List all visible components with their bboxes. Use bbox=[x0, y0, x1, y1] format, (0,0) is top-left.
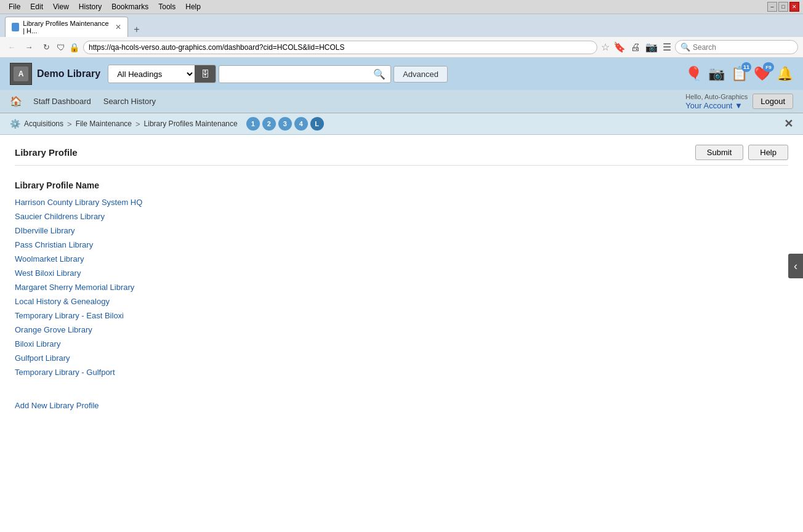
reload-button[interactable]: ↻ bbox=[39, 41, 53, 54]
staff-dashboard-link[interactable]: Staff Dashboard bbox=[32, 94, 92, 108]
sidebar-toggle-button[interactable]: ‹ bbox=[788, 254, 803, 278]
profile-link-4[interactable]: Woolmarket Library bbox=[15, 254, 84, 264]
bell-icon: 🔔 bbox=[777, 66, 793, 81]
heading-select-wrap[interactable]: All Headings 🗄 bbox=[108, 65, 216, 83]
breadcrumb-item-3[interactable]: Library Profiles Maintenance bbox=[144, 119, 238, 128]
search-input-wrap[interactable]: 🔍 bbox=[219, 65, 391, 83]
new-tab-button[interactable]: + bbox=[129, 22, 144, 37]
menu-help[interactable]: Help bbox=[180, 1, 206, 12]
section-heading: Library Profile Name bbox=[15, 180, 788, 190]
search-submit-button[interactable]: 🔍 bbox=[373, 68, 385, 80]
browser-menu-bar: File Edit View History Bookmarks Tools H… bbox=[0, 0, 803, 14]
menu-view[interactable]: View bbox=[48, 1, 74, 12]
page-title: Library Profile bbox=[15, 147, 78, 158]
search-input[interactable] bbox=[224, 70, 373, 79]
bell-icon-wrap[interactable]: 🔔 bbox=[777, 66, 793, 82]
browser-search-input[interactable] bbox=[693, 43, 779, 52]
menu-history[interactable]: History bbox=[74, 1, 107, 12]
page-header-row: Library Profile Submit Help bbox=[15, 145, 788, 166]
step-2-badge[interactable]: 2 bbox=[262, 117, 276, 131]
breadcrumb-sep-2: > bbox=[135, 119, 140, 129]
profile-link-7[interactable]: Local History & Genealogy bbox=[15, 297, 110, 306]
pocket-icon[interactable]: 🔖 bbox=[613, 41, 626, 53]
window-controls[interactable]: – □ ✕ bbox=[767, 2, 799, 12]
menu-edit[interactable]: Edit bbox=[25, 1, 48, 12]
search-icon: 🔍 bbox=[680, 42, 690, 52]
breadcrumb-steps: 1 2 3 4 L bbox=[246, 117, 324, 131]
submit-button[interactable]: Submit bbox=[695, 145, 743, 160]
app-header: A Demo Library All Headings 🗄 🔍 Advanced… bbox=[0, 58, 803, 90]
profile-link-9[interactable]: Orange Grove Library bbox=[15, 325, 92, 334]
list-item: Gulfport Library bbox=[15, 353, 788, 363]
screenshot-icon[interactable]: 📷 bbox=[645, 41, 658, 53]
tab-title: Library Profiles Maintenance | H... bbox=[23, 20, 111, 34]
step-4-badge[interactable]: 4 bbox=[294, 117, 308, 131]
print-icon[interactable]: 🖨 bbox=[631, 42, 640, 53]
balloon-icon-wrap[interactable]: 🎈 bbox=[685, 66, 702, 82]
list-item: Orange Grove Library bbox=[15, 325, 788, 334]
maximize-button[interactable]: □ bbox=[778, 2, 788, 12]
logo-svg: A bbox=[12, 65, 30, 83]
tab-close-button[interactable]: ✕ bbox=[115, 23, 121, 31]
step-l-badge[interactable]: L bbox=[310, 117, 324, 131]
home-icon[interactable]: 🏠 bbox=[10, 95, 22, 107]
step-1-badge[interactable]: 1 bbox=[246, 117, 260, 131]
profile-link-3[interactable]: Pass Christian Library bbox=[15, 240, 93, 249]
user-greeting: Hello, Auto-Graphics bbox=[685, 92, 748, 101]
menu-bookmarks[interactable]: Bookmarks bbox=[107, 1, 153, 12]
list-item: Local History & Genealogy bbox=[15, 297, 788, 306]
camera-icon-wrap[interactable]: 📷 bbox=[708, 66, 725, 82]
menu-icon[interactable]: ☰ bbox=[663, 41, 671, 53]
menu-file[interactable]: File bbox=[4, 1, 25, 12]
header-icons: 🎈 📷 📋 11 ❤️ F9 🔔 bbox=[685, 66, 793, 82]
list-badge: 11 bbox=[741, 62, 751, 72]
menu-items[interactable]: File Edit View History Bookmarks Tools H… bbox=[4, 1, 206, 12]
list-item: Harrison County Library System HQ bbox=[15, 198, 788, 207]
f9-badge: F9 bbox=[763, 62, 774, 72]
tab-favicon bbox=[12, 23, 19, 31]
svg-text:A: A bbox=[18, 70, 24, 78]
list-item: West Biloxi Library bbox=[15, 268, 788, 278]
minimize-button[interactable]: – bbox=[767, 2, 777, 12]
help-button[interactable]: Help bbox=[748, 145, 788, 160]
forward-button[interactable]: → bbox=[22, 41, 36, 54]
profile-link-0[interactable]: Harrison County Library System HQ bbox=[15, 198, 142, 207]
profile-link-5[interactable]: West Biloxi Library bbox=[15, 268, 81, 278]
main-content: Library Profile Submit Help Library Prof… bbox=[0, 135, 803, 480]
profile-link-12[interactable]: Temporary Library - Gulfport bbox=[15, 368, 115, 377]
profile-link-8[interactable]: Temporary Library - East Biloxi bbox=[15, 311, 124, 320]
toolbar-icons: 🔖 🖨 📷 ☰ bbox=[613, 41, 671, 53]
heading-select[interactable]: All Headings bbox=[108, 66, 195, 83]
breadcrumb-item-1[interactable]: Acquisitions bbox=[24, 119, 63, 128]
user-area: Hello, Auto-Graphics Your Account ▼ Logo… bbox=[685, 92, 793, 110]
profile-link-2[interactable]: DIberville Library bbox=[15, 226, 75, 235]
menu-tools[interactable]: Tools bbox=[153, 1, 180, 12]
user-account-link[interactable]: Your Account ▼ bbox=[685, 101, 748, 110]
heart-icon-wrap[interactable]: ❤️ F9 bbox=[754, 66, 770, 82]
profile-link-6[interactable]: Margaret Sherry Memorial Library bbox=[15, 283, 134, 292]
database-icon-button[interactable]: 🗄 bbox=[195, 65, 216, 83]
search-area: All Headings 🗄 🔍 Advanced bbox=[108, 65, 678, 83]
back-button[interactable]: ← bbox=[5, 41, 18, 54]
shield-icon: 🛡 bbox=[57, 42, 65, 52]
breadcrumb-close-button[interactable]: ✕ bbox=[784, 117, 793, 131]
profile-link-10[interactable]: Biloxi Library bbox=[15, 339, 60, 349]
nav-bar: 🏠 Staff Dashboard Search History Hello, … bbox=[0, 90, 803, 113]
step-3-badge[interactable]: 3 bbox=[278, 117, 292, 131]
logout-button[interactable]: Logout bbox=[753, 94, 793, 109]
breadcrumb-item-2[interactable]: File Maintenance bbox=[76, 119, 132, 128]
close-button[interactable]: ✕ bbox=[789, 2, 799, 12]
profile-link-1[interactable]: Saucier Childrens Library bbox=[15, 212, 105, 221]
breadcrumb-icon: ⚙️ bbox=[10, 119, 20, 129]
app-title: Demo Library bbox=[37, 68, 100, 79]
add-new-library-profile-link[interactable]: Add New Library Profile bbox=[15, 401, 99, 410]
search-history-link[interactable]: Search History bbox=[102, 94, 157, 108]
active-tab[interactable]: Library Profiles Maintenance | H... ✕ bbox=[5, 17, 128, 37]
advanced-search-button[interactable]: Advanced bbox=[393, 66, 448, 83]
list-icon-wrap[interactable]: 📋 11 bbox=[731, 66, 748, 82]
url-bar[interactable] bbox=[83, 41, 597, 54]
profile-link-11[interactable]: Gulfport Library bbox=[15, 353, 70, 363]
list-item: Pass Christian Library bbox=[15, 240, 788, 249]
bookmark-icon[interactable]: ☆ bbox=[601, 41, 610, 53]
browser-search-box[interactable]: 🔍 bbox=[675, 40, 798, 54]
